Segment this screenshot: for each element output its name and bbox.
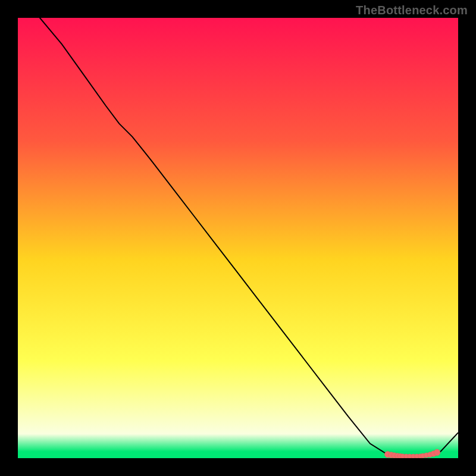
chart-stage: TheBottleneck.com xyxy=(0,0,476,476)
highlight-marker xyxy=(434,449,440,456)
plot-area xyxy=(18,18,458,458)
gradient-background xyxy=(18,18,458,458)
watermark-text: TheBottleneck.com xyxy=(356,4,468,17)
chart-svg xyxy=(18,18,458,458)
